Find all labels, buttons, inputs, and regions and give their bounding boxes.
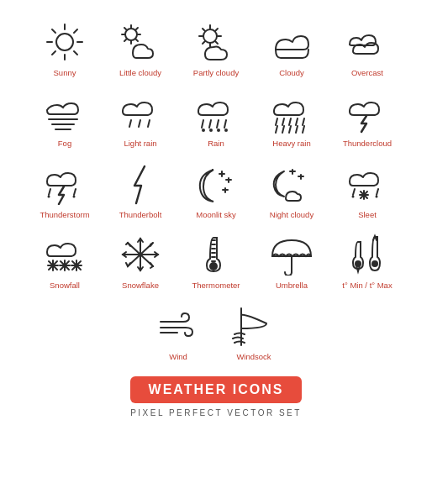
sleet-label: Sleet bbox=[358, 210, 377, 219]
little-cloudy-icon bbox=[114, 20, 166, 64]
svg-line-33 bbox=[202, 120, 203, 128]
thermometer-label: Thermometer bbox=[192, 281, 240, 290]
snowflake-label: Snowflake bbox=[122, 281, 159, 290]
main-container: Sunny bbox=[0, 0, 432, 429]
icon-cell-partly-cloudy: Partly cloudy bbox=[178, 15, 254, 82]
icon-cell-temp-minmax: t° Min / t° Max bbox=[329, 228, 405, 295]
svg-line-30 bbox=[129, 120, 131, 127]
svg-line-46 bbox=[276, 126, 277, 133]
umbrella-label: Umbrella bbox=[276, 281, 308, 290]
svg-line-43 bbox=[289, 118, 291, 125]
svg-line-23 bbox=[203, 29, 205, 31]
svg-line-6 bbox=[74, 51, 77, 55]
icon-cell-little-cloudy: Little cloudy bbox=[103, 15, 178, 82]
svg-point-72 bbox=[376, 195, 378, 197]
svg-line-47 bbox=[282, 126, 284, 133]
svg-line-15 bbox=[135, 39, 138, 41]
svg-line-66 bbox=[377, 189, 378, 195]
windsock-label: Windsock bbox=[236, 352, 271, 361]
thunderstorm-label: Thunderstorm bbox=[40, 210, 89, 219]
heavy-rain-label: Heavy rain bbox=[272, 139, 310, 148]
thunderbolt-label: Thunderbolt bbox=[119, 210, 162, 219]
row-3: Thunderstorm Thunderbolt bbox=[27, 157, 405, 224]
thundercloud-icon bbox=[341, 91, 393, 134]
fog-icon bbox=[39, 91, 91, 134]
thunderstorm-icon bbox=[39, 162, 91, 206]
svg-point-54 bbox=[73, 195, 76, 197]
svg-point-53 bbox=[48, 195, 50, 197]
temp-minmax-label: t° Min / t° Max bbox=[342, 281, 392, 290]
svg-line-31 bbox=[139, 120, 140, 127]
subtitle-text: PIXEL PERFECT VECTOR SET bbox=[130, 408, 302, 417]
snowfall-icon bbox=[39, 233, 91, 276]
title-text: WEATHER ICONS bbox=[149, 382, 284, 396]
icon-cell-fog: Fog bbox=[27, 86, 103, 153]
svg-line-65 bbox=[353, 189, 355, 195]
svg-point-95 bbox=[209, 262, 218, 270]
fog-label: Fog bbox=[58, 139, 71, 148]
row-2: Fog Light rain bbox=[27, 86, 405, 153]
overcast-icon bbox=[341, 20, 393, 64]
svg-line-52 bbox=[74, 189, 76, 195]
svg-line-49 bbox=[296, 126, 298, 133]
snowflake-icon bbox=[114, 233, 166, 276]
svg-line-41 bbox=[276, 118, 277, 125]
row-5: Wind Windsock bbox=[140, 299, 292, 366]
sleet-icon bbox=[341, 162, 393, 206]
svg-point-98 bbox=[371, 260, 378, 267]
svg-line-26 bbox=[203, 41, 205, 44]
svg-point-0 bbox=[56, 34, 73, 50]
svg-point-37 bbox=[202, 129, 205, 132]
icon-cell-sunny: Sunny bbox=[27, 15, 103, 82]
light-rain-label: Light rain bbox=[124, 139, 156, 148]
icon-cell-snowfall: Snowfall bbox=[27, 228, 103, 295]
svg-line-25 bbox=[215, 29, 218, 31]
svg-line-14 bbox=[124, 28, 127, 30]
overcast-label: Overcast bbox=[351, 68, 383, 77]
rain-label: Rain bbox=[208, 139, 224, 148]
thundercloud-label: Thundercloud bbox=[343, 139, 392, 148]
icon-cell-thundercloud: Thundercloud bbox=[329, 86, 405, 153]
icon-cell-cloudy: Cloudy bbox=[254, 15, 329, 82]
rain-icon bbox=[190, 91, 242, 134]
icon-cell-night-cloudy: Night cloudy bbox=[254, 157, 329, 224]
svg-line-48 bbox=[289, 126, 291, 133]
moonlit-sky-icon bbox=[190, 162, 242, 206]
svg-line-36 bbox=[224, 120, 226, 128]
sunny-label: Sunny bbox=[54, 68, 76, 77]
svg-point-71 bbox=[352, 195, 355, 197]
svg-point-38 bbox=[209, 129, 213, 132]
night-cloudy-label: Night cloudy bbox=[270, 210, 313, 219]
icon-cell-windsock: Windsock bbox=[216, 299, 292, 366]
title-section: WEATHER ICONS PIXEL PERFECT VECTOR SET bbox=[130, 376, 303, 417]
svg-line-16 bbox=[135, 28, 138, 30]
night-cloudy-icon bbox=[266, 162, 318, 206]
cloudy-label: Cloudy bbox=[279, 68, 304, 77]
moonlit-sky-label: Moonlit sky bbox=[196, 210, 236, 219]
svg-line-24 bbox=[215, 41, 218, 44]
wind-icon bbox=[152, 304, 204, 348]
svg-line-44 bbox=[296, 118, 298, 125]
windsock-icon bbox=[228, 304, 280, 348]
icon-cell-wind: Wind bbox=[140, 299, 216, 366]
snowfall-label: Snowfall bbox=[50, 281, 80, 290]
sunny-icon bbox=[39, 20, 91, 64]
heavy-rain-icon bbox=[266, 91, 318, 134]
cloudy-icon bbox=[266, 20, 318, 64]
icon-cell-rain: Rain bbox=[178, 86, 254, 153]
svg-point-39 bbox=[217, 129, 220, 132]
icon-cell-overcast: Overcast bbox=[329, 15, 405, 82]
umbrella-icon bbox=[266, 233, 318, 276]
row-4: Snowfall bbox=[27, 228, 405, 295]
icon-cell-thunderbolt: Thunderbolt bbox=[103, 157, 178, 224]
icon-cell-snowflake: Snowflake bbox=[103, 228, 178, 295]
thermometer-icon bbox=[190, 233, 242, 276]
title-badge: WEATHER ICONS bbox=[130, 376, 303, 403]
partly-cloudy-label: Partly cloudy bbox=[193, 68, 239, 77]
little-cloudy-label: Little cloudy bbox=[119, 68, 161, 77]
svg-line-17 bbox=[124, 39, 127, 41]
svg-line-32 bbox=[148, 120, 150, 127]
svg-line-35 bbox=[217, 120, 219, 128]
svg-line-5 bbox=[52, 29, 55, 33]
svg-line-51 bbox=[49, 189, 50, 195]
